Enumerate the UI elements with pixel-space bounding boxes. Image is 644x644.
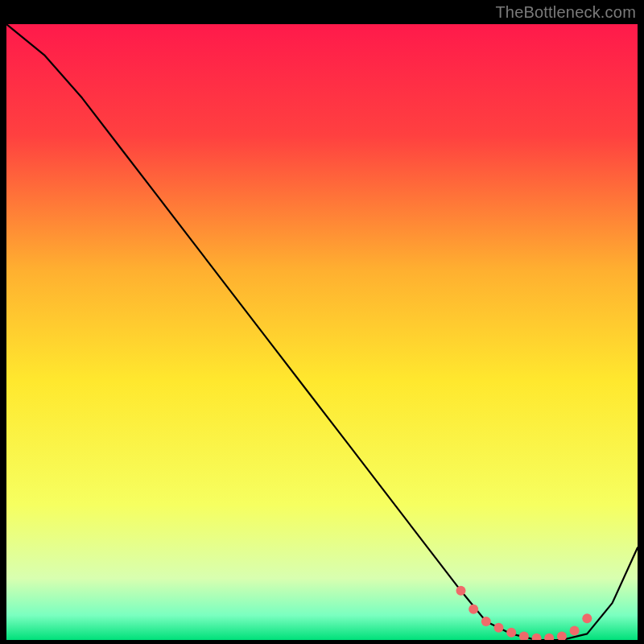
marker-dot xyxy=(456,586,466,596)
attribution-text: TheBottleneck.com xyxy=(495,3,636,22)
marker-dot xyxy=(481,617,491,626)
gradient-background xyxy=(6,24,638,640)
marker-dot xyxy=(570,626,580,636)
chart-svg xyxy=(6,24,638,640)
marker-dot xyxy=(506,628,516,638)
marker-dot xyxy=(582,613,592,623)
marker-dot xyxy=(494,623,504,633)
chart-frame: TheBottleneck.com xyxy=(0,0,644,644)
marker-dot xyxy=(469,605,478,614)
